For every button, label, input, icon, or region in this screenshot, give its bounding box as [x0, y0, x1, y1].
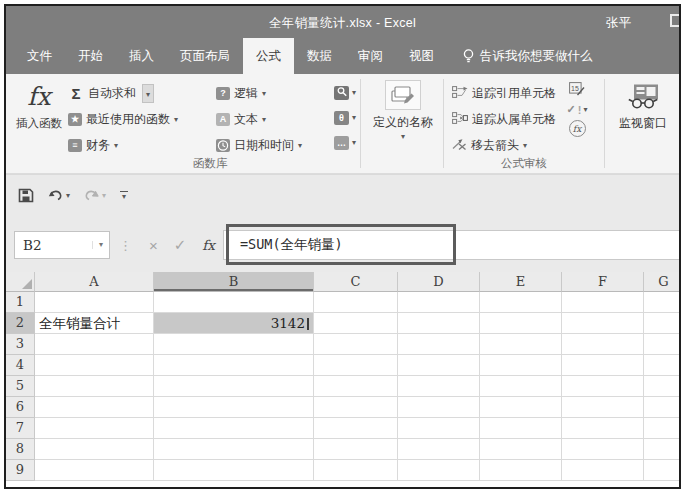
cell-E1[interactable] — [480, 292, 562, 313]
cell-D9[interactable] — [398, 460, 480, 481]
cell-A4[interactable] — [35, 355, 154, 376]
show-formulas-button[interactable]: 15 — [569, 82, 585, 99]
cell-C9[interactable] — [314, 460, 398, 481]
defined-names-button[interactable]: 定义的名称 ▾ — [367, 80, 439, 141]
column-header-G[interactable]: G — [644, 272, 679, 292]
cell-G8[interactable] — [644, 439, 679, 460]
cell-E8[interactable] — [480, 439, 562, 460]
row-header-6[interactable]: 6 — [6, 397, 35, 418]
cell-D6[interactable] — [398, 397, 480, 418]
row-header-5[interactable]: 5 — [6, 376, 35, 397]
lookup-reference-button[interactable]: ▾ — [334, 82, 356, 104]
cell-E2[interactable] — [480, 313, 562, 334]
save-button[interactable] — [18, 188, 34, 203]
ribbon-tab-2[interactable]: 插入 — [116, 38, 167, 74]
name-box[interactable]: B2 ▾ — [14, 231, 110, 259]
cell-D5[interactable] — [398, 376, 480, 397]
row-header-7[interactable]: 7 — [6, 418, 35, 439]
datetime-button[interactable]: 日期和时间 ▾ — [214, 134, 330, 157]
insert-function-button[interactable]: fx 插入函数 — [12, 80, 66, 157]
cell-C3[interactable] — [314, 334, 398, 355]
cell-B3[interactable] — [154, 334, 314, 355]
cell-A2[interactable]: 全年销量合计 — [35, 313, 154, 334]
row-header-2[interactable]: 2 — [6, 313, 35, 334]
cell-C5[interactable] — [314, 376, 398, 397]
autosum-button[interactable]: Σ 自动求和 ▾ — [66, 82, 208, 105]
cell-A8[interactable] — [35, 439, 154, 460]
financial-button[interactable]: ≡ 财务 ▾ — [66, 134, 208, 157]
cell-C6[interactable] — [314, 397, 398, 418]
cell-G1[interactable] — [644, 292, 679, 313]
cell-F7[interactable] — [562, 418, 644, 439]
column-header-C[interactable]: C — [314, 272, 398, 292]
ribbon-tab-5[interactable]: 数据 — [294, 38, 345, 74]
ribbon-tab-6[interactable]: 审阅 — [345, 38, 396, 74]
cell-D1[interactable] — [398, 292, 480, 313]
row-header-8[interactable]: 8 — [6, 439, 35, 460]
cell-C7[interactable] — [314, 418, 398, 439]
cell-G2[interactable] — [644, 313, 679, 334]
recent-functions-button[interactable]: ★ 最近使用的函数 ▾ — [66, 108, 208, 131]
more-functions-button[interactable]: … ▾ — [334, 132, 356, 154]
cell-C8[interactable] — [314, 439, 398, 460]
cell-E3[interactable] — [480, 334, 562, 355]
cell-A7[interactable] — [35, 418, 154, 439]
cell-C1[interactable] — [314, 292, 398, 313]
insert-function-fx-button[interactable]: fx — [202, 237, 215, 253]
evaluate-formula-button[interactable]: fx — [569, 120, 586, 137]
ribbon-tab-4[interactable]: 公式 — [243, 38, 294, 74]
remove-arrows-button[interactable]: 移去箭头 ▾ — [450, 134, 558, 157]
ribbon-tab-3[interactable]: 页面布局 — [167, 38, 243, 74]
cell-C2[interactable] — [314, 313, 398, 334]
cell-B7[interactable] — [154, 418, 314, 439]
logical-button[interactable]: ? 逻辑 ▾ — [214, 82, 330, 105]
cell-A3[interactable] — [35, 334, 154, 355]
cell-D8[interactable] — [398, 439, 480, 460]
cell-B2[interactable]: 3142 — [154, 313, 314, 334]
cell-F3[interactable] — [562, 334, 644, 355]
tell-me-box[interactable]: 告诉我你想要做什么 — [463, 38, 593, 74]
cell-F8[interactable] — [562, 439, 644, 460]
enter-button[interactable]: ✓ — [174, 236, 187, 254]
cancel-button[interactable]: × — [149, 237, 158, 254]
undo-button[interactable]: ▾ — [48, 189, 70, 202]
cell-D7[interactable] — [398, 418, 480, 439]
cell-A5[interactable] — [35, 376, 154, 397]
cell-A6[interactable] — [35, 397, 154, 418]
cell-E4[interactable] — [480, 355, 562, 376]
cell-G5[interactable] — [644, 376, 679, 397]
cell-F6[interactable] — [562, 397, 644, 418]
cell-E9[interactable] — [480, 460, 562, 481]
cell-F2[interactable] — [562, 313, 644, 334]
cell-E5[interactable] — [480, 376, 562, 397]
cell-F4[interactable] — [562, 355, 644, 376]
column-header-D[interactable]: D — [398, 272, 480, 292]
row-header-1[interactable]: 1 — [6, 292, 35, 313]
cell-A9[interactable] — [35, 460, 154, 481]
column-header-E[interactable]: E — [480, 272, 562, 292]
autosum-dropdown[interactable]: ▾ — [142, 84, 154, 103]
redo-button[interactable]: ▾ — [84, 189, 106, 202]
cell-B5[interactable] — [154, 376, 314, 397]
cell-D3[interactable] — [398, 334, 480, 355]
customize-qat-button[interactable]: ▾ — [120, 191, 128, 201]
cell-G6[interactable] — [644, 397, 679, 418]
row-header-3[interactable]: 3 — [6, 334, 35, 355]
cell-B9[interactable] — [154, 460, 314, 481]
cell-G3[interactable] — [644, 334, 679, 355]
column-header-A[interactable]: A — [35, 272, 154, 292]
cell-A1[interactable] — [35, 292, 154, 313]
cell-E6[interactable] — [480, 397, 562, 418]
ribbon-tab-1[interactable]: 开始 — [65, 38, 116, 74]
cell-B1[interactable] — [154, 292, 314, 313]
cell-C4[interactable] — [314, 355, 398, 376]
row-header-9[interactable]: 9 — [6, 460, 35, 481]
cell-G7[interactable] — [644, 418, 679, 439]
math-trig-button[interactable]: θ ▾ — [334, 107, 356, 129]
window-control-icon[interactable] — [670, 14, 681, 27]
cell-E7[interactable] — [480, 418, 562, 439]
cell-F1[interactable] — [562, 292, 644, 313]
trace-dependents-button[interactable]: 追踪从属单元格 — [450, 108, 558, 131]
column-header-B[interactable]: B — [154, 272, 314, 292]
cell-B4[interactable] — [154, 355, 314, 376]
